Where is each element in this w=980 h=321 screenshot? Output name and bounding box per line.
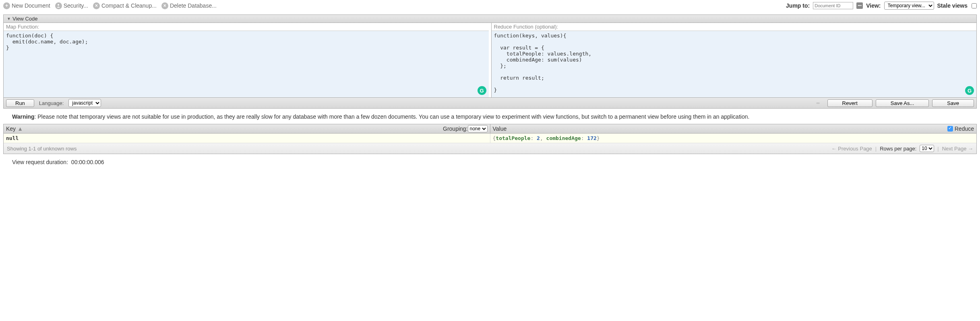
result-value-cell: {totalPeople: 2, combinedAge: 172} — [490, 134, 977, 143]
next-page-link[interactable]: Next Page → — [942, 146, 973, 152]
jump-to-input[interactable] — [813, 2, 853, 9]
view-code-header[interactable]: ▼ View Code — [4, 15, 976, 23]
warning-message: Warning: Please note that temporary view… — [0, 112, 980, 124]
top-toolbar: + New Document Security... × Compact & C… — [0, 0, 980, 11]
stale-views-label: Stale views — [937, 2, 968, 9]
view-select[interactable]: Temporary view... — [884, 2, 934, 10]
view-request-duration: View request duration: 00:00:00.006 — [0, 154, 980, 170]
save-as-button[interactable]: Save As... — [876, 99, 929, 107]
svg-point-0 — [58, 4, 59, 6]
reduce-function-editor[interactable] — [492, 31, 977, 97]
reduce-function-column: Reduce Function (optional): G — [491, 23, 977, 97]
map-function-editor[interactable] — [4, 31, 489, 97]
rows-per-page-select[interactable]: 10 — [920, 145, 934, 152]
language-label: Language: — [39, 100, 64, 106]
reduce-function-label: Reduce Function (optional): — [492, 23, 977, 31]
language-select[interactable]: javascript — [68, 99, 101, 107]
close-icon: × — [93, 2, 100, 9]
compact-label: Compact & Cleanup... — [101, 2, 157, 9]
reduce-checkbox[interactable] — [947, 126, 953, 132]
plus-icon: + — [3, 2, 10, 9]
security-button[interactable]: Security... — [55, 2, 88, 9]
jump-to-label: Jump to: — [786, 2, 810, 9]
collapse-icon: ▼ — [7, 16, 11, 21]
new-document-label: New Document — [12, 2, 50, 9]
value-header-label: Value — [493, 126, 507, 132]
showing-label: Showing 1-1 of unknown rows — [7, 146, 76, 152]
run-button[interactable]: Run — [6, 99, 34, 107]
map-function-column: Map Function: G — [4, 23, 489, 97]
sort-icon: ▲ — [17, 126, 23, 132]
save-button[interactable]: Save — [932, 99, 974, 107]
splitter-handle[interactable]: ═ — [813, 101, 823, 105]
duration-value: 00:00:00.006 — [71, 159, 104, 165]
revert-button[interactable]: Revert — [827, 99, 872, 107]
previous-page-link[interactable]: ← Previous Page — [831, 146, 872, 152]
security-label: Security... — [64, 2, 88, 9]
grouping-select[interactable]: none — [468, 125, 488, 132]
compact-cleanup-button[interactable]: × Compact & Cleanup... — [93, 2, 157, 9]
results-panel: Key ▲ Grouping: none Value Reduce null {… — [3, 124, 977, 154]
jump-go-button[interactable]: ••• — [856, 2, 863, 9]
rows-per-page-label: Rows per page: — [880, 146, 916, 152]
view-code-footer: Run Language: javascript ═ Revert Save A… — [4, 97, 976, 108]
new-document-button[interactable]: + New Document — [3, 2, 50, 9]
table-row[interactable]: null {totalPeople: 2, combinedAge: 172} — [4, 134, 976, 143]
delete-label: Delete Database... — [170, 2, 217, 9]
grammarly-icon[interactable]: G — [478, 86, 486, 95]
key-column-header[interactable]: Key ▲ Grouping: none — [4, 124, 490, 133]
grammarly-icon[interactable]: G — [965, 86, 974, 95]
stale-views-checkbox[interactable] — [972, 3, 977, 8]
grouping-label: Grouping: — [443, 126, 467, 132]
result-key-cell: null — [4, 134, 490, 143]
delete-database-button[interactable]: × Delete Database... — [161, 2, 217, 9]
value-column-header: Value Reduce — [490, 124, 977, 133]
duration-label: View request duration: — [12, 159, 68, 165]
reduce-label: Reduce — [955, 126, 974, 132]
results-footer: Showing 1-1 of unknown rows ← Previous P… — [4, 143, 976, 154]
key-header-label: Key — [6, 126, 16, 132]
view-label: View: — [866, 2, 881, 9]
view-code-title: View Code — [12, 16, 38, 22]
view-code-panel: ▼ View Code Map Function: G Reduce Funct… — [3, 14, 977, 109]
close-icon: × — [161, 2, 168, 9]
person-icon — [55, 2, 62, 9]
warning-prefix: Warning — [12, 113, 34, 120]
map-function-label: Map Function: — [4, 23, 489, 31]
warning-text: : Please note that temporary views are n… — [34, 113, 749, 120]
